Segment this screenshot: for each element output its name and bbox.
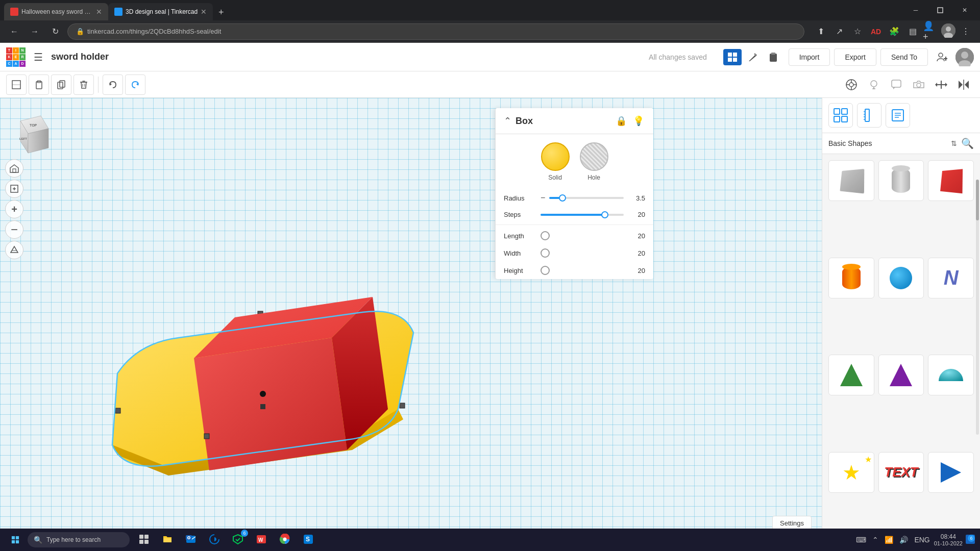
clipboard-button[interactable] [764,49,782,65]
shape-item-text-red[interactable]: TEXT [878,452,924,493]
pickaxe-button[interactable] [744,49,762,65]
bulb-icon[interactable]: 💡 [632,114,645,128]
hole-option[interactable]: Hole [580,142,608,181]
panel-collapse-button[interactable]: ⌃ [504,115,511,127]
export-button[interactable]: Export [834,48,876,66]
shape-item-cube-red[interactable] [928,160,974,201]
mirror-button[interactable] [953,74,974,95]
shapes-scrollbar-thumb[interactable] [976,180,979,220]
profile-avatar[interactable] [941,23,955,38]
tab-close-1[interactable]: ✕ [96,8,102,16]
radius-slider[interactable] [549,197,624,199]
maximize-button[interactable] [929,2,951,18]
wifi-icon[interactable]: 📶 [883,535,895,545]
new-tab-button[interactable]: + [213,4,229,20]
shape-item-squiggle[interactable]: N [928,258,974,298]
comment-button[interactable] [841,74,862,95]
shape-item-pyramid-green[interactable] [828,355,874,395]
taskbar-app-wps[interactable]: W [250,529,273,551]
svg-rect-85 [144,535,149,539]
grid-view-button[interactable] [723,49,742,65]
taskbar-app-file-explorer[interactable] [156,529,179,551]
sidebar-icon[interactable]: ▤ [904,23,921,40]
steps-thumb[interactable] [601,211,608,218]
minimize-button[interactable]: ─ [904,2,927,18]
extensions-icon[interactable]: 🧩 [886,23,902,40]
menu-button[interactable]: ⋮ [958,23,974,40]
shapes-scrollbar[interactable] [976,180,979,435]
perspective-button[interactable] [5,241,23,259]
hole-label: Hole [587,174,600,181]
fit-view-button[interactable] [5,180,23,198]
lock-icon[interactable]: 🔒 [615,114,628,128]
steps-slider[interactable] [541,214,624,216]
svg-marker-25 [110,83,112,86]
import-button[interactable]: Import [789,48,830,66]
share-icon[interactable]: ↗ [831,23,847,40]
star-shape: ★ [842,461,861,484]
bookmark-icon[interactable]: ☆ [849,23,866,40]
grid-shape-button[interactable] [828,103,853,128]
radius-minus[interactable]: − [541,193,545,203]
tab-tinkercad[interactable]: 3D design seal | Tinkercad ✕ [108,3,213,20]
shape-item-arrow-blue[interactable] [928,452,974,493]
cast-icon[interactable]: ⬆ [813,23,829,40]
keyboard-icon[interactable]: ⌨ [854,535,868,545]
viewport[interactable]: ↺ ↺ [0,98,822,551]
shapes-search-button[interactable]: 🔍 [961,137,974,149]
tab-halloween[interactable]: Halloween easy sword costume ✕ [4,3,108,20]
tab-close-2[interactable]: ✕ [201,8,207,16]
volume-icon[interactable]: 🔊 [897,535,910,545]
svg-rect-48 [400,403,405,408]
camera-button[interactable] [909,74,929,95]
paste-button[interactable] [29,74,49,95]
close-button[interactable]: ✕ [953,2,976,18]
taskbar-app-shield[interactable]: 6 [227,529,249,551]
shape-item-box-grey[interactable] [828,160,874,201]
copy-button[interactable] [51,74,71,95]
taskbar-app-store[interactable]: S [297,529,320,551]
notification-area[interactable]: 6 [965,534,976,546]
radius-thumb[interactable] [559,194,566,202]
add-profile-icon[interactable]: 👤+ [923,23,939,40]
taskbar-search[interactable]: 🔍 Type here to search [28,532,130,547]
taskbar-app-task-view[interactable] [133,529,155,551]
light-bulb-button[interactable] [864,74,884,95]
back-button[interactable]: ← [6,23,22,40]
delete-button[interactable] [74,74,94,95]
ad-block-icon[interactable]: AD [868,23,884,40]
align-button[interactable] [931,74,951,95]
taskbar-time[interactable]: 08:44 01-10-2022 [934,533,963,546]
taskbar-app-outlook[interactable] [180,529,202,551]
chevron-up-icon[interactable]: ⌃ [870,535,880,545]
shapes-dropdown-arrow[interactable]: ⇅ [951,139,957,147]
taskbar-app-edge[interactable] [203,529,226,551]
reload-button[interactable]: ↻ [47,23,63,40]
zoom-out-button[interactable]: − [5,220,23,239]
address-input[interactable]: 🔒 tinkercad.com/things/2QDcBd8hhdS-seal/… [67,23,804,40]
zoom-in-button[interactable]: + [5,200,23,218]
home-view-button[interactable] [5,159,23,178]
taskbar-app-chrome[interactable] [274,529,296,551]
view-cube[interactable]: TOP LEFT [10,113,51,154]
note-shape-button[interactable] [886,103,910,128]
undo-button[interactable] [103,74,123,95]
shape-item-half-sphere[interactable] [928,355,974,395]
speech-bubble-button[interactable] [886,74,906,95]
workplane-button[interactable] [6,74,27,95]
shape-item-cylinder-grey[interactable] [878,160,924,201]
shape-item-star-featured[interactable]: ★ ★ [828,452,874,493]
start-button[interactable] [4,529,27,551]
user-avatar[interactable] [955,48,974,66]
shape-item-pyramid-purple[interactable] [878,355,924,395]
forward-button[interactable]: → [27,23,43,40]
width-value: 20 [630,249,645,257]
add-user-button[interactable] [932,48,951,66]
solid-option[interactable]: Solid [541,142,570,181]
redo-button[interactable] [125,74,145,95]
hamburger-menu[interactable]: ☰ [32,49,45,65]
ruler-shape-button[interactable] [857,103,881,128]
shape-item-orange-cyl[interactable] [828,258,874,298]
shape-item-sphere[interactable] [878,258,924,298]
send-to-button[interactable]: Send To [880,48,928,66]
